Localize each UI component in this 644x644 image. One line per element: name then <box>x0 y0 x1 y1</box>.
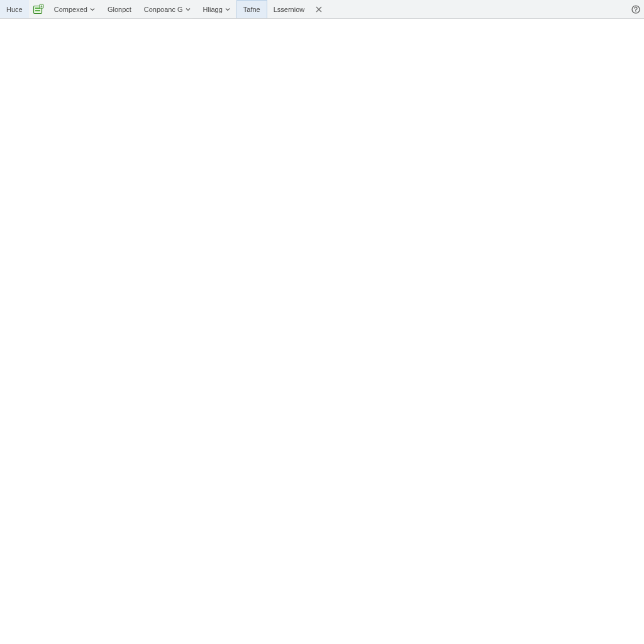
chevron-down-icon <box>225 7 230 12</box>
toolbar-item-label: Tafne <box>243 6 260 13</box>
help-icon[interactable] <box>631 5 640 14</box>
toolbar-item-5[interactable]: Tafne <box>236 0 267 18</box>
archive-app-icon <box>33 4 44 15</box>
toolbar-app-icon[interactable] <box>29 0 48 18</box>
toolbar-close[interactable] <box>311 0 327 18</box>
toolbar-right <box>628 0 644 18</box>
toolbar-item-label: Hliagg <box>203 6 223 13</box>
content-area <box>0 19 644 644</box>
toolbar-item-3[interactable]: Conpoanc G <box>138 0 197 18</box>
toolbar-item-6[interactable]: Lsserniow <box>267 0 311 18</box>
toolbar-item-label: Lsserniow <box>274 6 305 13</box>
close-icon <box>316 6 322 13</box>
toolbar-item-label: Huce <box>6 6 23 13</box>
toolbar-item-2[interactable]: Glonpct <box>101 0 138 18</box>
svg-point-5 <box>635 11 636 11</box>
toolbar-spacer <box>327 0 628 18</box>
toolbar-item-4[interactable]: Hliagg <box>197 0 236 18</box>
svg-rect-2 <box>35 10 40 11</box>
chevron-down-icon <box>90 7 95 12</box>
toolbar-item-label: Compexed <box>54 6 87 13</box>
chevron-down-icon <box>186 7 191 12</box>
toolbar-item-1[interactable]: Compexed <box>48 0 101 18</box>
toolbar-item-label: Conpoanc G <box>144 6 183 13</box>
toolbar: Huce Compexed Glonpct Conpoanc G Hliagg <box>0 0 644 19</box>
toolbar-item-0[interactable]: Huce <box>0 0 29 18</box>
toolbar-item-label: Glonpct <box>108 6 131 13</box>
